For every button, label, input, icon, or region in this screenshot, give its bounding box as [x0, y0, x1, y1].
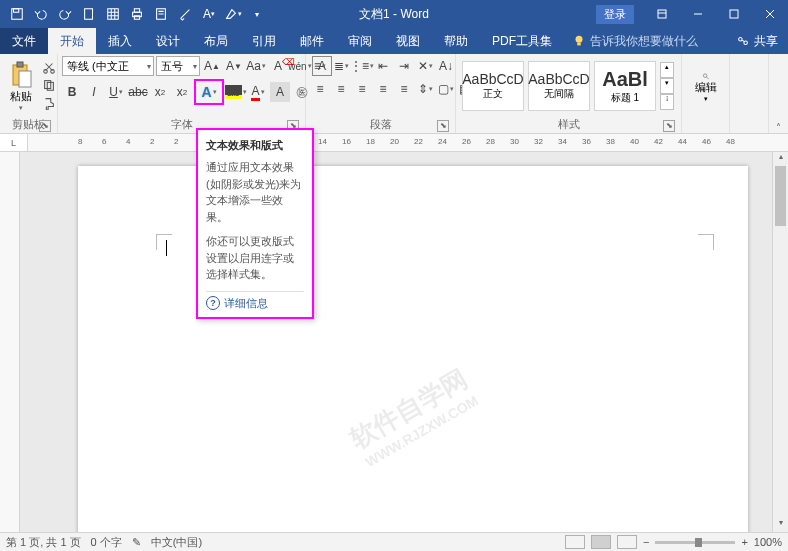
view-web-icon[interactable]	[617, 535, 637, 549]
zoom-out-icon[interactable]: −	[643, 536, 649, 548]
status-page[interactable]: 第 1 页, 共 1 页	[6, 535, 81, 550]
new-doc-icon[interactable]	[78, 3, 100, 25]
redo-icon[interactable]	[54, 3, 76, 25]
italic-button[interactable]: I	[84, 82, 104, 102]
status-words[interactable]: 0 个字	[91, 535, 122, 550]
print-icon[interactable]	[126, 3, 148, 25]
view-print-icon[interactable]	[591, 535, 611, 549]
scroll-up-icon[interactable]: ▴	[773, 152, 788, 166]
font-color-button[interactable]: A	[248, 82, 268, 102]
undo-icon[interactable]	[30, 3, 52, 25]
save-icon[interactable]	[6, 3, 28, 25]
tooltip-more-info[interactable]: ? 详细信息	[206, 296, 304, 311]
clipboard-icon	[8, 61, 34, 89]
scrollbar-vertical[interactable]: ▴ ▾	[772, 152, 788, 532]
login-button[interactable]: 登录	[596, 5, 634, 24]
brush-icon[interactable]	[174, 3, 196, 25]
underline-button[interactable]: U	[106, 82, 126, 102]
align-left-icon[interactable]: ≡	[310, 79, 330, 99]
font-icon[interactable]: A▾	[198, 3, 220, 25]
tab-references[interactable]: 引用	[240, 28, 288, 54]
bold-button[interactable]: B	[62, 82, 82, 102]
text-cursor	[166, 240, 167, 256]
distributed-icon[interactable]: ≡	[394, 79, 414, 99]
status-language[interactable]: 中文(中国)	[151, 535, 202, 550]
styles-gallery-more[interactable]: ▴▾⁞	[660, 62, 674, 110]
tab-selector[interactable]: L	[0, 134, 28, 151]
paste-button[interactable]: 粘贴 ▾	[4, 59, 38, 114]
maximize-icon[interactable]	[716, 0, 752, 28]
zoom-level[interactable]: 100%	[754, 536, 782, 548]
text-effects-button[interactable]: A	[196, 81, 222, 103]
shading-icon[interactable]: ▢	[436, 79, 456, 99]
tab-file[interactable]: 文件	[0, 28, 48, 54]
tab-pdftools[interactable]: PDF工具集	[480, 28, 564, 54]
char-shading-icon[interactable]: A	[270, 82, 290, 102]
style-normal[interactable]: AaBbCcD正文	[462, 61, 524, 111]
numbering-icon[interactable]: ≣	[331, 56, 351, 76]
paragraph-launcher[interactable]: ⬊	[437, 120, 449, 132]
asian-layout-icon[interactable]: ✕	[415, 56, 435, 76]
strikethrough-button[interactable]: abc	[128, 82, 148, 102]
group-paragraph: ≡ ≣ ⋮≡ ⇤ ⇥ ✕ A↓ ¶ ≡ ≡ ≡ ≡ ≡ ⇕ ▢ ▦ 段落⬊	[306, 54, 456, 133]
qat-customize-icon[interactable]: ▾	[246, 3, 268, 25]
highlight-color-button[interactable]: ab	[226, 82, 246, 102]
font-name-combo[interactable]: 等线 (中文正▾	[62, 56, 154, 76]
bullets-icon[interactable]: ≡	[310, 56, 330, 76]
tell-me-search[interactable]: 告诉我你想要做什么	[572, 33, 698, 50]
superscript-button[interactable]: x2	[172, 82, 192, 102]
decrease-indent-icon[interactable]: ⇤	[373, 56, 393, 76]
find-button[interactable]: 编辑▾	[689, 73, 723, 103]
tab-help[interactable]: 帮助	[432, 28, 480, 54]
tab-insert[interactable]: 插入	[96, 28, 144, 54]
tab-view[interactable]: 视图	[384, 28, 432, 54]
highlight-icon[interactable]: ▾	[222, 3, 244, 25]
zoom-in-icon[interactable]: +	[741, 536, 747, 548]
margin-corner	[156, 234, 172, 250]
style-heading1[interactable]: AaBl标题 1	[594, 61, 656, 111]
clipboard-launcher[interactable]: ⬊	[39, 120, 51, 132]
decrease-font-icon[interactable]: A▼	[224, 56, 244, 76]
justify-icon[interactable]: ≡	[373, 79, 393, 99]
text-effects-highlight: A	[194, 79, 224, 105]
svg-rect-1	[14, 9, 19, 13]
tab-home[interactable]: 开始	[48, 28, 96, 54]
align-right-icon[interactable]: ≡	[352, 79, 372, 99]
collapse-ribbon-icon[interactable]: ˄	[768, 54, 788, 133]
minimize-icon[interactable]	[680, 0, 716, 28]
statusbar: 第 1 页, 共 1 页 0 个字 ✎ 中文(中国) − + 100%	[0, 532, 788, 551]
sort-icon[interactable]: A↓	[436, 56, 456, 76]
share-icon	[736, 34, 750, 48]
page[interactable]: 软件自学网 WWW.RJZXW.COM	[78, 166, 748, 532]
increase-font-icon[interactable]: A▲	[202, 56, 222, 76]
ribbon-options-icon[interactable]	[644, 0, 680, 28]
scroll-down-icon[interactable]: ▾	[773, 518, 788, 532]
change-case-icon[interactable]: Aa	[246, 56, 266, 76]
document-area: 软件自学网 WWW.RJZXW.COM ▴ ▾	[0, 152, 788, 532]
page-setup-icon[interactable]	[150, 3, 172, 25]
tab-layout[interactable]: 布局	[192, 28, 240, 54]
status-proofing-icon[interactable]: ✎	[132, 536, 141, 549]
view-read-icon[interactable]	[565, 535, 585, 549]
group-clipboard: 粘贴 ▾ 剪贴板⬊	[0, 54, 58, 133]
font-size-combo[interactable]: 五号▾	[156, 56, 200, 76]
align-center-icon[interactable]: ≡	[331, 79, 351, 99]
tab-review[interactable]: 审阅	[336, 28, 384, 54]
zoom-slider[interactable]	[655, 541, 735, 544]
clear-formatting-icon[interactable]: A⌫	[268, 56, 288, 76]
styles-launcher[interactable]: ⬊	[663, 120, 675, 132]
ruler-vertical[interactable]	[0, 152, 20, 532]
tab-design[interactable]: 设计	[144, 28, 192, 54]
share-button[interactable]: 共享	[736, 33, 778, 50]
multilevel-list-icon[interactable]: ⋮≡	[352, 56, 372, 76]
scroll-thumb[interactable]	[775, 166, 786, 226]
subscript-button[interactable]: x2	[150, 82, 170, 102]
tab-mailings[interactable]: 邮件	[288, 28, 336, 54]
table-icon[interactable]	[102, 3, 124, 25]
group-font: 等线 (中文正▾ 五号▾ A▲ A▼ Aa A⌫ wén A B I U abc…	[58, 54, 306, 133]
increase-indent-icon[interactable]: ⇥	[394, 56, 414, 76]
style-nospacing[interactable]: AaBbCcD无间隔	[528, 61, 590, 111]
ruler-horizontal[interactable]: L 86422468101214161820222426283032343638…	[0, 134, 788, 152]
line-spacing-icon[interactable]: ⇕	[415, 79, 435, 99]
close-icon[interactable]	[752, 0, 788, 28]
